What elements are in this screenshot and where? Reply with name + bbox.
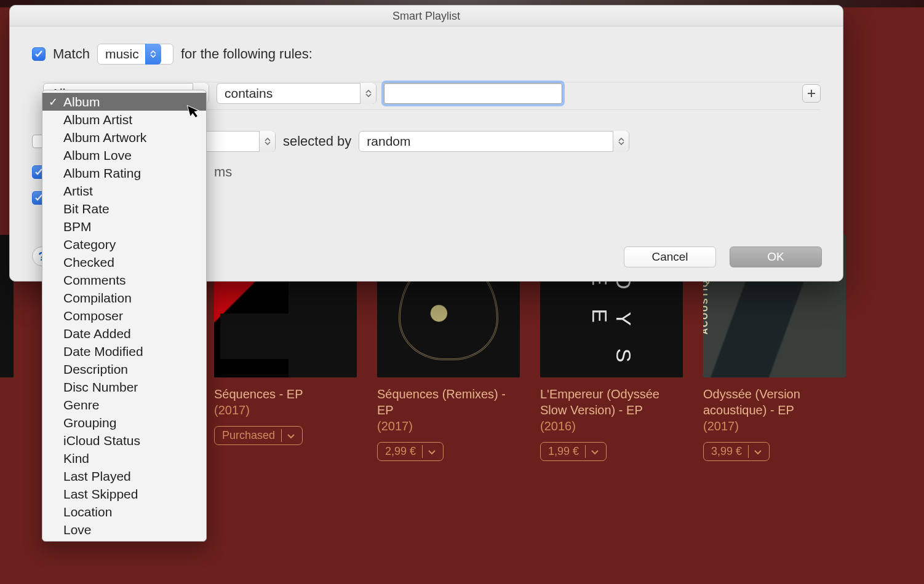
limit-order-value: random (367, 134, 416, 149)
dropdown-option[interactable]: Album Love (42, 146, 206, 164)
dropdown-option[interactable]: Date Added (42, 325, 206, 342)
rule-value-input[interactable] (384, 83, 562, 104)
album-title: L'Empereur (Odyssée Slow Version) - EP (540, 386, 683, 418)
price-pill[interactable]: 2,99 € (377, 442, 444, 461)
dropdown-option[interactable]: Comments (42, 271, 206, 289)
dropdown-option[interactable]: Love (42, 521, 206, 539)
stepper-icon (613, 131, 629, 152)
purchased-pill[interactable]: Purchased (214, 426, 303, 445)
match-checkbox[interactable] (32, 47, 46, 61)
album-year: (2017) (703, 419, 846, 433)
price-label: 3,99 € (711, 445, 742, 458)
purchased-label: Purchased (222, 429, 275, 442)
dropdown-option[interactable]: Description (42, 360, 206, 378)
dropdown-option[interactable]: Grouping (42, 414, 206, 432)
selected-by-label: selected by (283, 133, 351, 149)
chevron-down-icon[interactable] (748, 445, 762, 458)
add-rule-button[interactable] (802, 84, 821, 103)
dropdown-option[interactable]: Category (42, 235, 206, 253)
match-label-suffix: for the following rules: (181, 46, 313, 62)
album-year: (2017) (214, 403, 357, 417)
dropdown-option[interactable]: Album (42, 93, 206, 111)
dropdown-option[interactable]: Compilation (42, 289, 206, 307)
match-type-value: music (105, 47, 145, 61)
price-pill[interactable]: 3,99 € (703, 442, 770, 461)
dialog-title: Smart Playlist (10, 6, 843, 26)
match-checked-tail: ms (214, 164, 232, 180)
album-year: (2016) (540, 419, 683, 433)
stepper-icon (360, 83, 376, 104)
album-year: (2017) (377, 419, 520, 433)
dropdown-option[interactable]: Album Rating (42, 164, 206, 182)
stepper-icon (259, 131, 275, 152)
cover-text: SEQUENCES (220, 324, 309, 338)
dropdown-option[interactable]: Location (42, 503, 206, 521)
match-row: Match music for the following rules: (32, 44, 821, 65)
dropdown-option[interactable]: Genre (42, 396, 206, 414)
stepper-icon (145, 44, 161, 65)
dropdown-option[interactable]: Composer (42, 307, 206, 325)
app-background: SEQUENCES Séquences - EP (2017) Purchase… (0, 0, 924, 584)
match-type-select[interactable]: music (97, 44, 173, 65)
chevron-down-icon[interactable] (585, 445, 599, 458)
rule-operator-select[interactable]: contains (217, 83, 376, 104)
dropdown-option[interactable]: Bit Rate (42, 200, 206, 218)
ok-label: OK (767, 250, 784, 264)
dropdown-option[interactable]: Checked (42, 253, 206, 271)
price-pill[interactable]: 1,99 € (540, 442, 607, 461)
dropdown-option[interactable]: Artist (42, 182, 206, 200)
rule-operator-value: contains (225, 86, 279, 101)
chevron-down-icon[interactable] (422, 445, 436, 458)
dropdown-option[interactable]: Album Artwork (42, 128, 206, 146)
dropdown-option[interactable]: Date Modified (42, 342, 206, 360)
dropdown-option[interactable]: Kind (42, 449, 206, 467)
ok-button[interactable]: OK (730, 247, 822, 267)
rule-field-dropdown[interactable]: AlbumAlbum ArtistAlbum ArtworkAlbum Love… (42, 90, 207, 542)
album-title: Séquences (Remixes) - EP (377, 386, 520, 418)
dropdown-option[interactable]: BPM (42, 218, 206, 235)
chevron-down-icon[interactable] (281, 429, 295, 442)
limit-order-select[interactable]: random (359, 131, 629, 152)
dropdown-option[interactable]: Last Skipped (42, 485, 206, 503)
dropdown-option[interactable]: Disc Number (42, 378, 206, 396)
price-label: 2,99 € (385, 445, 416, 458)
album-title: Odyssée (Version acoustique) - EP (703, 386, 846, 418)
cancel-label: Cancel (651, 250, 688, 264)
dropdown-option[interactable]: iCloud Status (42, 432, 206, 449)
dropdown-option[interactable]: Last Played (42, 467, 206, 485)
price-label: 1,99 € (548, 445, 579, 458)
dropdown-option[interactable]: Album Artist (42, 111, 206, 128)
match-label-prefix: Match (53, 46, 90, 62)
cancel-button[interactable]: Cancel (624, 247, 716, 267)
album-title: Séquences - EP (214, 386, 357, 402)
